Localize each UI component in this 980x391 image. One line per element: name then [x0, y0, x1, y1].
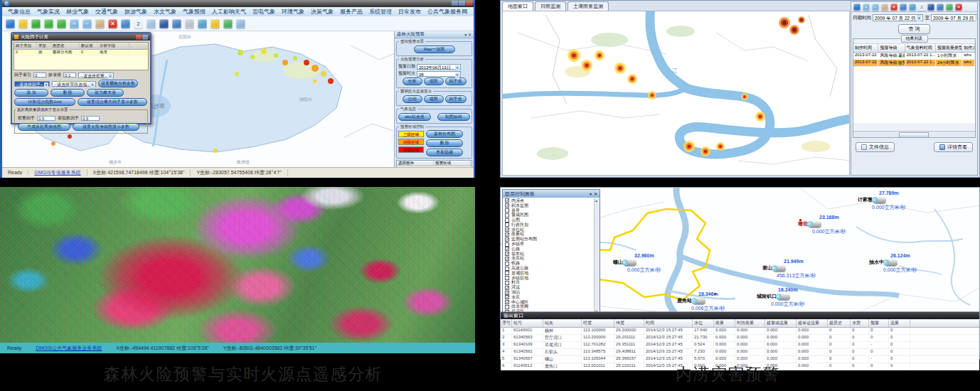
minimize-button[interactable]	[452, 1, 458, 6]
auto-button[interactable]: 自动	[403, 95, 422, 103]
system-link[interactable]: DMGIS公共气象服务业务系统	[28, 345, 109, 352]
menu-item[interactable]: 交通气象	[95, 8, 118, 16]
close-icon[interactable]: ✕	[594, 191, 597, 196]
column-header[interactable]: 气象资料时间	[905, 44, 936, 52]
globe-icon[interactable]	[853, 4, 861, 11]
column-header[interactable]: 纬度	[614, 319, 644, 327]
layer-checkbox[interactable]	[505, 252, 509, 256]
table-row[interactable]: 2013-07-22 1风险等级:较重2013-07-22 1...24小时降水…	[853, 60, 975, 67]
zone-delete-button[interactable]: 删 除	[426, 139, 463, 147]
app-orb-icon[interactable]	[4, 1, 10, 6]
map-one-button[interactable]: Map一张图	[414, 45, 455, 53]
globe-icon[interactable]	[6, 19, 15, 28]
tab-日雨监测[interactable]: 日雨监测	[535, 1, 566, 11]
station-计家墩[interactable]: 27.789m计家墩0.000立方米/秒	[858, 191, 905, 211]
system-link[interactable]: GMGIS专项服务系统	[28, 169, 87, 176]
column-header[interactable]: 超保证流量	[797, 319, 828, 327]
map-export-icon[interactable]	[172, 19, 181, 28]
print-icon[interactable]	[185, 19, 194, 28]
station-墙垸[interactable]: 23.168m墙垸0.000立方米/秒	[798, 215, 846, 235]
column-header[interactable]: 预警等级	[878, 44, 905, 52]
menu-item[interactable]: 林业气象	[66, 8, 89, 16]
pan-east-icon[interactable]	[57, 19, 66, 28]
column-header[interactable]: 经度	[582, 319, 614, 327]
factor-select[interactable]: --请选择因子--	[14, 81, 50, 87]
station-螺山[interactable]: 32.960m螺山0.000立方米/秒	[613, 253, 661, 274]
column-header[interactable]: 制作时间	[853, 44, 878, 52]
warning-time-select[interactable]: 08	[417, 71, 461, 77]
screen-icon[interactable]	[159, 19, 169, 28]
menu-item[interactable]: 公共气象服务网	[427, 8, 467, 16]
grade-display-button[interactable]: 设置火险等级图显示参数	[73, 123, 139, 131]
tab-地图窗口[interactable]: 地图窗口	[502, 1, 533, 11]
calc-grid-button[interactable]: 计算综合指数Grid	[14, 98, 75, 106]
collapse-icon[interactable]: ▾	[590, 191, 592, 196]
detail-view-button[interactable]: 详情查看	[934, 142, 973, 152]
station-cylinder-icon[interactable]	[874, 197, 886, 203]
file-info-button[interactable]: 文件信息	[856, 142, 895, 152]
column-header[interactable]: 默认值	[80, 43, 98, 49]
image-icon[interactable]	[236, 19, 245, 28]
layer-checkbox[interactable]	[505, 208, 509, 213]
close-icon[interactable]: ✕	[955, 4, 962, 11]
menu-item[interactable]: 环境气象	[282, 8, 304, 16]
layer-list-scrollbar[interactable]	[594, 198, 600, 311]
layer-checkbox[interactable]	[505, 223, 509, 227]
column-header[interactable]: 站名	[543, 319, 582, 327]
select-feature-icon[interactable]	[31, 19, 41, 28]
layer-checkbox[interactable]	[505, 305, 509, 309]
table-row[interactable]: 2013-07-22 1...风险等级:暴雨2013-07-22 1...1小时…	[853, 53, 975, 60]
layer-checkbox[interactable]	[505, 267, 509, 271]
map-window-icon[interactable]	[121, 19, 130, 28]
set-max-button[interactable]: 设为最大值	[87, 89, 124, 97]
zoom-in-icon[interactable]: +	[863, 4, 870, 11]
column-header[interactable]: 预警雨量类型	[936, 44, 962, 52]
table-row[interactable]: 561340567螺山113.10534429.3691572014/12/3 …	[501, 356, 979, 363]
column-header[interactable]: 分析字段	[98, 43, 129, 49]
factor-table[interactable]: 因子类别类型图层名默认值分析字段0面森林分布图0地类	[14, 42, 149, 70]
warning-results-table[interactable]: 制作时间预警等级气象资料时间预警雨量类型制作人2013-07-22 1...风险…	[853, 43, 975, 123]
table-row[interactable]: 161140001杨林113.10000029.3000002014/12/3 …	[501, 328, 979, 335]
table-row[interactable]: 461340562石矶头113.34857529.4088112014/12/3…	[501, 349, 979, 356]
menu-item[interactable]: 气象实况	[37, 8, 60, 16]
delete-button[interactable]: 删 除	[50, 89, 85, 97]
column-header[interactable]: 预警	[869, 319, 889, 327]
layer-checkbox[interactable]	[505, 227, 509, 232]
refresh-icon[interactable]	[909, 4, 916, 11]
dialog-help-button[interactable]	[142, 35, 148, 40]
layer-checkbox[interactable]	[505, 286, 509, 290]
menu-item[interactable]: 决策气象	[311, 8, 334, 16]
factor-value2-button[interactable]: 因子值	[445, 95, 467, 103]
layer-checkbox[interactable]	[505, 276, 509, 280]
map-window-icon[interactable]	[900, 4, 907, 11]
weight-factor-input[interactable]: 0.5	[37, 116, 55, 121]
zoom-out-icon[interactable]: −	[872, 4, 879, 11]
station-cylinder-icon[interactable]	[693, 298, 705, 304]
station-map[interactable]: 32.960m螺山0.000立方米/秒21.949m君山456.313立方米/秒…	[501, 188, 979, 311]
station-cylinder-icon[interactable]	[778, 294, 790, 300]
dialog-close-button[interactable]	[136, 35, 142, 40]
layer-checkbox[interactable]	[505, 271, 509, 275]
zoom-out-icon[interactable]: −	[82, 19, 92, 28]
layer-item[interactable]: 易涝区	[504, 309, 594, 311]
output-window-title[interactable]: 输出窗口	[501, 312, 979, 319]
layer-checkbox[interactable]	[505, 247, 509, 251]
plot2-button[interactable]: 成图	[424, 95, 444, 103]
layer-checkbox[interactable]	[505, 300, 509, 304]
pin-icon[interactable]: ▾ ✕	[464, 32, 472, 37]
layer-checkbox[interactable]	[505, 203, 509, 208]
results-horizontal-scrollbar[interactable]	[853, 131, 975, 137]
station-cylinder-icon[interactable]	[809, 221, 821, 227]
layer-checkbox[interactable]	[505, 281, 509, 285]
column-header[interactable]: 超历史	[828, 319, 851, 327]
column-header[interactable]: 图层名	[51, 43, 80, 49]
column-header[interactable]: 类型	[37, 43, 51, 49]
menu-item[interactable]: 人工影响天气	[212, 8, 246, 16]
menu-item[interactable]: 系统管理	[369, 8, 392, 16]
layer-checkbox[interactable]	[505, 295, 509, 299]
column-header[interactable]: 流量	[889, 319, 910, 327]
measure-icon[interactable]	[18, 19, 28, 28]
page-two-icon[interactable]: 2	[134, 19, 143, 28]
view-hide-button[interactable]: 查看隐藏	[426, 149, 463, 156]
pan-north-icon[interactable]	[44, 19, 53, 28]
